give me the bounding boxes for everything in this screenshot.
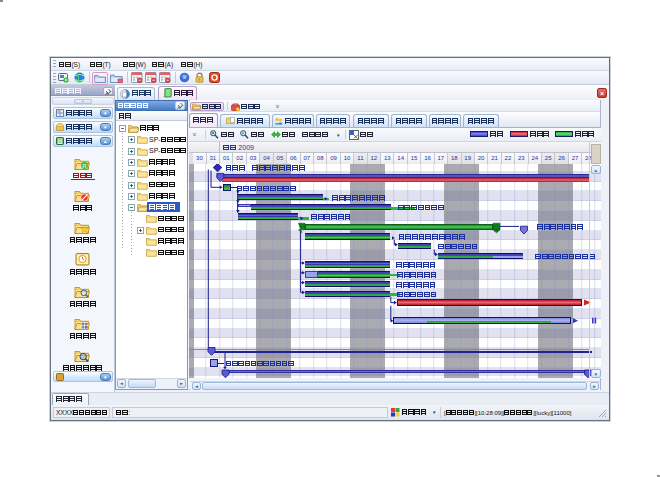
svg-text:R: R <box>82 163 87 169</box>
